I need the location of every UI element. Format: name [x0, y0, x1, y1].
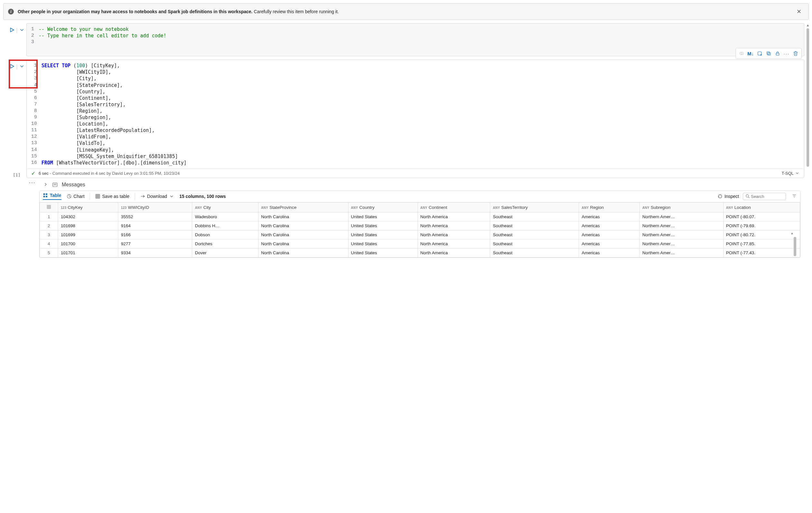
chart-icon	[66, 194, 72, 199]
results-search[interactable]	[743, 193, 786, 200]
table-cell: 101701	[58, 248, 118, 257]
table-cell: Dortches	[192, 239, 258, 248]
download-button[interactable]: Download	[140, 194, 174, 199]
svg-rect-13	[44, 193, 45, 195]
messages-label: Messages	[62, 182, 85, 188]
svg-point-2	[741, 52, 744, 55]
view-chart-tab[interactable]: Chart	[66, 194, 85, 199]
more-actions-icon[interactable]: ···	[782, 50, 791, 57]
table-cell: Northern Amer…	[640, 221, 723, 230]
cell2-status: ✓ 6 sec - Command executed in 4 sec by D…	[27, 169, 804, 178]
cell-menu-chevron-icon[interactable]	[19, 63, 25, 70]
table-cell: Dobbins H…	[192, 221, 258, 230]
table-cell: 9166	[118, 230, 192, 239]
table-cell: United States	[348, 212, 417, 221]
save-as-table-button[interactable]: Save as table	[95, 194, 129, 199]
messages-icon	[52, 182, 58, 188]
close-icon[interactable]: ✕	[794, 7, 804, 17]
table-cell: Wadesboro	[192, 212, 258, 221]
search-icon	[745, 194, 750, 199]
filter-icon[interactable]	[790, 193, 797, 199]
results-table[interactable]: 123CityKey123WWICityIDANYCityANYStatePro…	[39, 202, 800, 258]
table-cell: 101699	[58, 230, 118, 239]
column-header[interactable]: 123CityKey	[58, 202, 118, 212]
lock-cell-icon[interactable]	[773, 50, 782, 57]
run-cell-button[interactable]	[9, 63, 15, 70]
messages-section[interactable]: Messages	[39, 179, 801, 191]
table-row[interactable]: 41017009277DortchesNorth CarolinaUnited …	[40, 239, 800, 248]
table-cell: Northern Amer…	[640, 248, 723, 257]
table-cell: 9334	[118, 248, 192, 257]
table-cell: 9277	[118, 239, 192, 248]
table-cell: Northern Amer…	[640, 239, 723, 248]
scroll-up-icon[interactable]: ▲	[806, 23, 810, 27]
cell-output-more-icon[interactable]: ···	[29, 179, 36, 186]
table-cell: 9164	[118, 221, 192, 230]
view-table-tab[interactable]: Table	[43, 193, 61, 200]
table-scrollbar[interactable]	[794, 237, 796, 256]
table-cell: Dobson	[192, 230, 258, 239]
success-icon: ✓	[31, 170, 35, 177]
svg-point-27	[746, 195, 749, 197]
column-header[interactable]: ANYSubregion	[640, 202, 723, 212]
table-cell: Dover	[192, 248, 258, 257]
chevron-right-icon	[43, 182, 48, 188]
table-row[interactable]: 110430235552WadesboroNorth CarolinaUnite…	[40, 212, 800, 221]
table-cell: POINT (-80.72.	[723, 230, 800, 239]
svg-rect-6	[767, 52, 770, 54]
info-message: Other people in your organization may ha…	[18, 9, 339, 14]
search-input[interactable]	[750, 194, 777, 199]
table-row[interactable]: 51017019334DoverNorth CarolinaUnited Sta…	[40, 248, 800, 257]
table-cell: POINT (-79.69.	[723, 221, 800, 230]
table-row[interactable]: 21016989164Dobbins H…North CarolinaUnite…	[40, 221, 800, 230]
table-cell: 101700	[58, 239, 118, 248]
scroll-up-icon[interactable]: ▲	[790, 232, 794, 235]
info-icon: i	[8, 9, 14, 15]
svg-rect-18	[96, 194, 100, 198]
cell-execution-index: [1]	[13, 172, 20, 177]
grid-icon	[95, 194, 100, 199]
cell2-editor[interactable]: 12345678910111213141516 SELECT TOP (100)…	[26, 59, 804, 178]
cell2-code[interactable]: SELECT TOP (100) [CityKey], [WWICityID],…	[41, 62, 800, 166]
table-cell: POINT (-77.85.	[723, 239, 800, 248]
cell2-language-picker[interactable]: T-SQL	[781, 171, 800, 176]
svg-rect-32	[47, 205, 51, 209]
column-header[interactable]: 123WWICityID	[118, 202, 192, 212]
table-cell: North America	[417, 221, 490, 230]
column-header[interactable]: ANYContinent	[417, 202, 490, 212]
table-cell: Americas	[579, 230, 640, 239]
clear-output-icon[interactable]	[755, 50, 764, 57]
run-cell-button[interactable]	[9, 27, 15, 34]
column-header[interactable]: ANYCity	[192, 202, 258, 212]
cell1-editor[interactable]: 123 -- Welcome to your new notebook -- T…	[26, 23, 804, 56]
notebook-cell-1: 123 -- Welcome to your new notebook -- T…	[7, 23, 804, 56]
results-panel: Table Chart Save as table	[39, 191, 801, 258]
cell-menu-chevron-icon[interactable]	[19, 27, 25, 34]
cell1-code[interactable]: -- Welcome to your new notebook -- Type …	[38, 26, 800, 45]
table-cell: United States	[348, 221, 417, 230]
table-cell: United States	[348, 239, 417, 248]
table-cell: Southeast	[490, 212, 579, 221]
column-header[interactable]: ANYCountry	[348, 202, 417, 212]
table-cell: Southeast	[490, 239, 579, 248]
cell2-toolbar: M↓ ···	[735, 48, 802, 59]
grid-icon	[47, 205, 51, 209]
column-header[interactable]: ANYStateProvince	[258, 202, 348, 212]
svg-rect-7	[767, 53, 770, 55]
column-header[interactable]: ANYSalesTerritory	[490, 202, 579, 212]
svg-line-28	[748, 197, 750, 198]
convert-to-markdown-button[interactable]: M↓	[746, 50, 755, 57]
inspect-button[interactable]: Inspect	[718, 194, 739, 199]
row-index-header[interactable]	[40, 202, 58, 212]
table-cell: North Carolina	[258, 212, 348, 221]
column-header[interactable]: ANYLocation	[723, 202, 800, 212]
table-row[interactable]: 31016999166DobsonNorth CarolinaUnited St…	[40, 230, 800, 239]
delete-cell-icon[interactable]	[791, 50, 800, 57]
chevron-down-icon	[169, 194, 174, 199]
table-cell: Americas	[579, 212, 640, 221]
results-toolbar: Table Chart Save as table	[39, 191, 800, 202]
column-header[interactable]: ANYRegion	[579, 202, 640, 212]
notebook-scrollbar[interactable]: ▲	[804, 23, 811, 258]
duplicate-cell-icon[interactable]	[764, 50, 773, 57]
cell2-gutter: [1]	[7, 59, 26, 178]
